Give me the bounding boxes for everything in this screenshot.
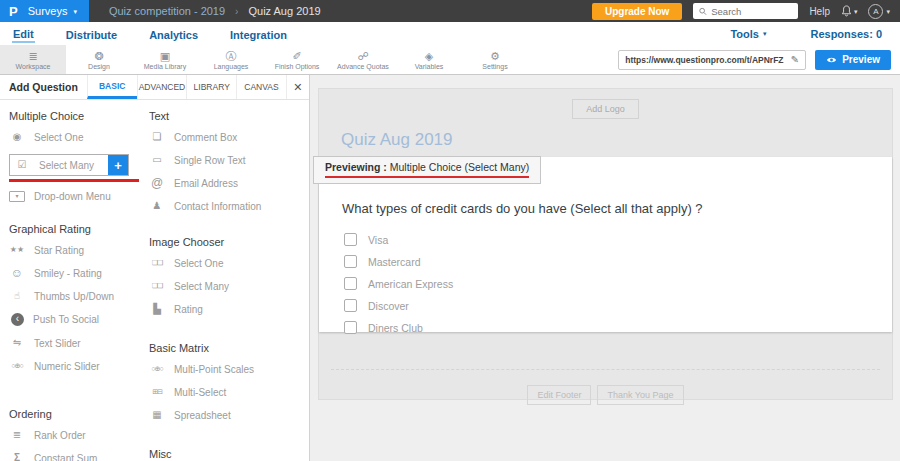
qtype-rank-order[interactable]: ≣ Rank Order bbox=[9, 429, 149, 441]
tab-canvas[interactable]: CANVAS bbox=[236, 75, 286, 99]
qtype-email-address[interactable]: @ Email Address bbox=[149, 177, 304, 189]
checkbox[interactable] bbox=[344, 255, 357, 268]
edit-footer-button[interactable]: Edit Footer bbox=[527, 385, 591, 405]
qtype-push-to-social[interactable]: ‹ Push To Social bbox=[9, 313, 149, 326]
nav-right: Tools ▾ Responses: 0 bbox=[730, 28, 888, 40]
qtype-multi-point-scales[interactable]: ○⊕○ Multi-Point Scales bbox=[149, 363, 304, 375]
thank-you-page-button[interactable]: Thank You Page bbox=[597, 385, 683, 405]
workspace-toolbar: ≣ Workspace ❂ Design ▣ Media Library Ⓐ L… bbox=[0, 45, 900, 75]
option-row-visa[interactable]: Visa bbox=[344, 233, 892, 246]
responses-link[interactable]: Responses: 0 bbox=[810, 28, 882, 40]
qtype-smiley-rating[interactable]: ☺ Smiley - Rating bbox=[9, 267, 149, 279]
qtype-dropdown-menu[interactable]: ▾ Drop-down Menu bbox=[9, 191, 149, 202]
checkbox[interactable] bbox=[344, 277, 357, 290]
account-menu[interactable]: A ▾ bbox=[868, 4, 890, 19]
add-logo-button[interactable]: Add Logo bbox=[572, 99, 639, 119]
nav-tab-integration[interactable]: Integration bbox=[229, 26, 288, 42]
toolbar-advance-quotas[interactable]: ☍ Advance Quotas bbox=[330, 45, 396, 74]
nav-tab-edit[interactable]: Edit bbox=[12, 25, 35, 43]
person-icon: ♟ bbox=[149, 200, 165, 212]
question-type-col1: Multiple Choice ◉ Select One ☑ Select Ma… bbox=[9, 110, 149, 461]
qtype-image-rating[interactable]: ▙ Rating bbox=[149, 303, 304, 315]
toolbar-languages[interactable]: Ⓐ Languages bbox=[198, 45, 264, 74]
previewing-red-underline bbox=[325, 176, 529, 178]
survey-url-input[interactable] bbox=[625, 55, 786, 65]
group-basic-matrix: Basic Matrix ○⊕○ Multi-Point Scales ⊞⊟ M… bbox=[149, 342, 304, 421]
grid-icon: ▦ bbox=[149, 409, 165, 421]
panel-header: Add Question BASIC ADVANCED LIBRARY CANV… bbox=[0, 75, 309, 100]
logo-area[interactable]: P Surveys ▾ bbox=[0, 0, 89, 22]
qtype-select-many-selected[interactable]: ☑ Select Many + bbox=[9, 154, 129, 176]
toolbar-settings[interactable]: ⚙ Settings bbox=[462, 45, 528, 74]
qtype-spreadsheet[interactable]: ▦ Spreadsheet bbox=[149, 409, 304, 421]
translate-icon: Ⓐ bbox=[226, 50, 237, 62]
topbar-right: Upgrade Now Help ▾ A ▾ bbox=[592, 3, 900, 20]
toolbar-variables[interactable]: ◈ Variables bbox=[396, 45, 462, 74]
tab-basic[interactable]: BASIC bbox=[87, 75, 137, 99]
qtype-text-slider[interactable]: ⇋ Text Slider bbox=[9, 337, 149, 349]
chevron-down-icon: ▾ bbox=[73, 8, 77, 15]
qtype-thumbs-up-down[interactable]: ☝ Thumbs Up/Down bbox=[9, 290, 149, 302]
close-icon[interactable]: ✕ bbox=[286, 75, 309, 99]
toolbar-right: ✎ Preview bbox=[618, 45, 900, 74]
tab-library[interactable]: LIBRARY bbox=[186, 75, 236, 99]
qtype-constant-sum[interactable]: Σ Constant Sum bbox=[9, 452, 149, 461]
tools-menu[interactable]: Tools ▾ bbox=[730, 28, 766, 40]
qtype-multi-select[interactable]: ⊞⊟ Multi-Select bbox=[149, 386, 304, 398]
checkbox[interactable] bbox=[344, 321, 357, 334]
qtype-star-rating[interactable]: ★★ Star Rating bbox=[9, 244, 149, 256]
qtype-contact-information[interactable]: ♟ Contact Information bbox=[149, 200, 304, 212]
tab-advanced[interactable]: ADVANCED bbox=[137, 75, 187, 99]
qtype-comment-box[interactable]: ❏ Comment Box bbox=[149, 131, 304, 143]
group-header: Graphical Rating bbox=[9, 223, 149, 235]
chevron-down-icon: ▾ bbox=[886, 8, 890, 15]
toolbar-media-library[interactable]: ▣ Media Library bbox=[132, 45, 198, 74]
product-switcher[interactable]: Surveys ▾ bbox=[28, 5, 77, 17]
group-header: Ordering bbox=[9, 408, 149, 420]
search-input[interactable] bbox=[711, 6, 792, 17]
checkbox[interactable] bbox=[344, 299, 357, 312]
survey-title[interactable]: Quiz Aug 2019 bbox=[341, 130, 892, 150]
breadcrumb-parent[interactable]: Quiz competition - 2019 bbox=[109, 5, 225, 17]
breadcrumb-current: Quiz Aug 2019 bbox=[248, 5, 320, 17]
survey-url-box[interactable]: ✎ bbox=[618, 50, 806, 70]
group-text: Text ❏ Comment Box ▭ Single Row Text @ E… bbox=[149, 110, 304, 212]
option-row-mastercard[interactable]: Mastercard bbox=[344, 255, 892, 268]
nav-tab-analytics[interactable]: Analytics bbox=[148, 26, 199, 42]
previewing-label: Previewing : bbox=[325, 161, 387, 173]
tools-label: Tools bbox=[730, 28, 759, 40]
edit-url-pencil-icon[interactable]: ✎ bbox=[791, 54, 799, 65]
preview-button[interactable]: Preview bbox=[815, 50, 891, 70]
chevron-down-icon: ▾ bbox=[854, 8, 858, 15]
option-row-discover[interactable]: Discover bbox=[344, 299, 892, 312]
group-header: Text bbox=[149, 110, 304, 122]
toolbar-finish-options[interactable]: ✐ Finish Options bbox=[264, 45, 330, 74]
option-row-american-express[interactable]: American Express bbox=[344, 277, 892, 290]
add-select-many-button[interactable]: + bbox=[108, 155, 128, 175]
qtype-numeric-slider[interactable]: ○⊕○ Numeric Slider bbox=[9, 360, 149, 372]
help-link[interactable]: Help bbox=[809, 6, 830, 17]
at-sign-icon: @ bbox=[149, 177, 165, 189]
checkbox[interactable] bbox=[344, 233, 357, 246]
panel-title: Add Question bbox=[0, 75, 87, 99]
toolbar-design[interactable]: ❂ Design bbox=[66, 45, 132, 74]
group-ordering: Ordering ≣ Rank Order Σ Constant Sum ❖ D… bbox=[9, 408, 149, 461]
toolbar-workspace[interactable]: ≣ Workspace bbox=[0, 45, 66, 74]
nav-tab-distribute[interactable]: Distribute bbox=[65, 26, 118, 42]
links-icon: ☍ bbox=[357, 50, 368, 62]
option-row-diners-club[interactable]: Diners Club bbox=[344, 321, 892, 334]
smiley-icon: ☺ bbox=[9, 267, 25, 279]
qtype-single-row-text[interactable]: ▭ Single Row Text bbox=[149, 154, 304, 166]
qtype-image-select-many[interactable]: ❏❏ Select Many bbox=[149, 280, 304, 292]
notifications-menu[interactable]: ▾ bbox=[841, 5, 858, 17]
add-logo-row: Add Logo bbox=[319, 89, 892, 119]
search-box[interactable] bbox=[693, 3, 798, 19]
radio-icon: ◉ bbox=[9, 131, 25, 143]
qtype-select-many[interactable]: ☑ Select Many bbox=[10, 155, 108, 175]
question-card[interactable]: Previewing : Multiple Choice (Select Man… bbox=[319, 157, 892, 332]
footer-divider bbox=[331, 369, 880, 370]
upgrade-now-button[interactable]: Upgrade Now bbox=[592, 3, 682, 20]
qtype-image-select-one[interactable]: ❏❏ Select One bbox=[149, 257, 304, 269]
stars-icon: ★★ bbox=[9, 244, 25, 256]
qtype-select-one[interactable]: ◉ Select One bbox=[9, 131, 149, 143]
